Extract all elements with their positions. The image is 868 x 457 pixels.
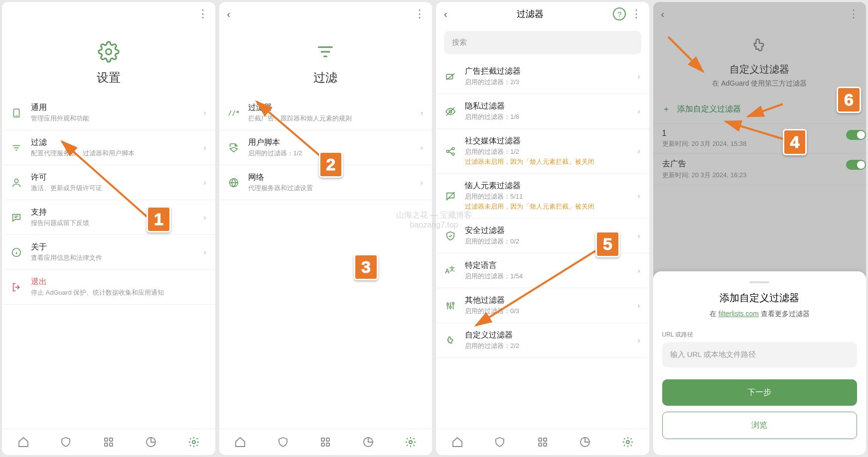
row-social[interactable]: 社交媒体过滤器启用的过滤器：1/2过滤器未启用，因为「烦人元素拦截」被关闭 › [436, 129, 649, 174]
globe-icon [228, 177, 240, 188]
filter-item-1[interactable]: 1 更新时间: 20 3月 2024, 15:38 [653, 124, 867, 154]
svg-rect-27 [321, 443, 324, 446]
more-icon[interactable]: ⋮ [414, 7, 424, 20]
row-other[interactable]: 其他过滤器启用的过滤器：0/3 › [436, 288, 649, 323]
svg-point-45 [447, 303, 449, 305]
svg-point-53 [626, 441, 629, 444]
chevron-right-icon: › [637, 336, 640, 345]
svg-rect-16 [110, 443, 113, 446]
more-icon[interactable]: ⋮ [848, 7, 858, 20]
chevron-right-icon: › [421, 178, 423, 187]
shield-icon [445, 230, 457, 241]
back-icon[interactable]: ‹ [661, 8, 665, 20]
language-icon: A文 [445, 266, 457, 275]
puzzle-icon [749, 36, 769, 56]
url-input[interactable]: 输入 URL 或本地文件路径 [662, 342, 858, 367]
filter-item-2[interactable]: 去广告 更新时间: 20 3月 2024, 16:23 [653, 154, 867, 185]
nav-apps-icon[interactable] [319, 436, 331, 448]
more-icon[interactable]: ⋮ [197, 7, 207, 20]
back-icon[interactable]: ‹ [227, 8, 231, 20]
panel-settings: ⋮ 设置 通用管理应用外观和功能 › 过滤配置代理服务器、过滤器和用户脚本 › … [2, 2, 215, 455]
gear-icon [98, 41, 120, 63]
nav-apps-icon[interactable] [537, 436, 549, 448]
nav-settings-icon[interactable] [405, 436, 417, 448]
row-exit[interactable]: 退出停止 AdGuard 保护、统计数据收集和应用通知 [2, 270, 215, 305]
chevron-right-icon: › [637, 147, 640, 156]
nav-home-icon[interactable] [451, 436, 463, 448]
top-bar: ⋮ [2, 2, 215, 26]
top-bar: ‹ ⋮ [219, 2, 433, 26]
svg-rect-49 [544, 438, 547, 441]
hero: 过滤 [219, 26, 433, 96]
nav-apps-icon[interactable] [103, 436, 115, 448]
nav-settings-icon[interactable] [188, 436, 200, 448]
svg-rect-48 [539, 438, 542, 441]
chevron-right-icon: › [637, 192, 640, 201]
svg-rect-50 [539, 443, 542, 446]
exit-icon [11, 282, 23, 293]
chevron-right-icon: › [421, 109, 423, 117]
row-general[interactable]: 通用管理应用外观和功能 › [2, 96, 215, 130]
sheet-handle[interactable] [749, 281, 769, 283]
top-bar: ‹ 过滤器 ?⋮ [436, 2, 649, 26]
eye-off-icon [445, 106, 457, 117]
step-badge-3: 3 [354, 254, 378, 280]
step-badge-2: 2 [319, 151, 343, 178]
back-icon[interactable]: ‹ [444, 8, 447, 20]
toggle-on[interactable] [846, 130, 866, 140]
plus-icon: ＋ [662, 104, 670, 114]
nav-stats-icon[interactable] [362, 436, 374, 448]
nav-shield-icon[interactable] [60, 436, 72, 448]
page-title: 自定义过滤器 [729, 63, 789, 76]
svg-rect-15 [105, 443, 108, 446]
nav-stats-icon[interactable] [579, 436, 591, 448]
nav-shield-icon[interactable] [277, 436, 289, 448]
hero: 自定义过滤器 在 AdGuard 使用第三方过滤器 [653, 26, 867, 95]
row-language[interactable]: A文 特定语言启用的过滤器：1/54 › [436, 253, 649, 288]
row-custom[interactable]: 自定义过滤器启用的过滤器：2/2 › [436, 323, 649, 358]
row-filtering[interactable]: 过滤配置代理服务器、过滤器和用户脚本 › [2, 130, 215, 165]
step-badge-1: 1 [146, 206, 171, 232]
row-privacy[interactable]: 隐私过滤器启用的过滤器：1/8 › [436, 94, 649, 129]
nav-settings-icon[interactable] [622, 436, 634, 448]
filterlists-link[interactable]: filterlists.com [719, 310, 759, 318]
add-custom-filter[interactable]: ＋ 添加自定义过滤器 [653, 95, 867, 124]
bottom-nav [2, 429, 215, 455]
row-license[interactable]: 许可激活、更新或升级许可证 › [2, 165, 215, 200]
chevron-right-icon: › [203, 248, 206, 257]
svg-line-39 [448, 149, 452, 151]
nav-home-icon[interactable] [17, 436, 29, 448]
svg-point-47 [452, 302, 454, 304]
panel-custom: ‹ ⋮ 自定义过滤器 在 AdGuard 使用第三方过滤器 ＋ 添加自定义过滤器… [653, 2, 867, 455]
chevron-right-icon: › [203, 143, 206, 152]
row-adblock[interactable]: 广告拦截过滤器启用的过滤器：2/3 › [436, 59, 649, 94]
chevron-right-icon: › [637, 301, 640, 310]
filter-icon [11, 142, 23, 153]
chevron-right-icon: › [637, 72, 640, 81]
bottom-nav [219, 429, 433, 455]
chevron-right-icon: › [203, 178, 206, 187]
search-input[interactable]: 搜索 [444, 31, 641, 54]
row-about[interactable]: 关于查看应用信息和法律文件 › [2, 235, 215, 270]
svg-point-46 [449, 306, 451, 308]
svg-rect-14 [110, 438, 113, 441]
more-icon[interactable]: ⋮ [631, 7, 641, 20]
nav-home-icon[interactable] [234, 436, 246, 448]
step-badge-5: 5 [595, 231, 620, 257]
nav-shield-icon[interactable] [494, 436, 506, 448]
page-title: 过滤器 [517, 8, 544, 20]
toggle-on[interactable] [846, 160, 866, 170]
bottom-nav [436, 429, 649, 455]
step-badge-4: 4 [783, 129, 807, 155]
row-filters[interactable]: //* 过滤器拦截广告、跟踪器和烦人元素的规则 › [219, 96, 433, 130]
help-icon[interactable]: ? [613, 7, 626, 20]
browse-button[interactable]: 浏览 [662, 412, 858, 439]
step-badge-6: 6 [837, 87, 861, 113]
row-support[interactable]: 支持报告问题或留下反馈 › [2, 200, 215, 235]
user-icon [11, 177, 23, 188]
sheet-title: 添加自定义过滤器 [662, 291, 858, 305]
sliders-icon [445, 300, 457, 311]
svg-rect-25 [321, 438, 324, 441]
next-button[interactable]: 下一步 [662, 379, 858, 406]
nav-stats-icon[interactable] [145, 436, 157, 448]
